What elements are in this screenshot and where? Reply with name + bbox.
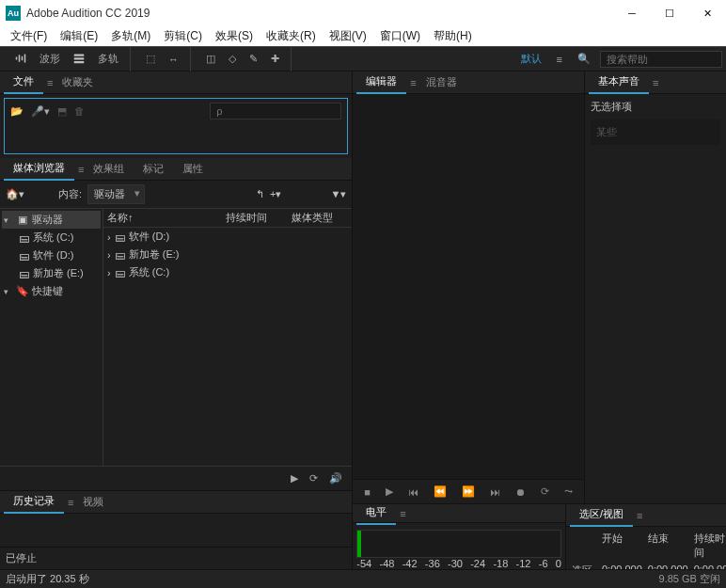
tab-essential-sound[interactable]: 基本声音 <box>589 71 649 94</box>
tab-editor[interactable]: 编辑器 <box>356 71 406 94</box>
maximize-button[interactable]: ☐ <box>651 0 688 26</box>
tab-levels[interactable]: 电平 <box>356 501 396 525</box>
menu-favorites[interactable]: 收藏夹(R) <box>260 28 323 44</box>
workspace-menu-icon[interactable]: ≡ <box>551 52 568 67</box>
svg-rect-4 <box>74 54 85 56</box>
help-search-input[interactable] <box>600 51 722 68</box>
tab-markers[interactable]: 标记 <box>134 158 173 180</box>
tab-media-browser[interactable]: 媒体浏览器 <box>4 157 74 181</box>
tab-history[interactable]: 历史记录 <box>4 490 64 514</box>
rewind-icon[interactable]: ⏪ <box>430 484 450 500</box>
transport-controls: ■ ▶ ⏮ ⏪ ⏩ ⏭ ⏺ ⟳ ⤳ <box>353 479 584 503</box>
prev-icon[interactable]: ⏮ <box>404 485 422 500</box>
content-label: 内容: <box>58 187 82 201</box>
svg-rect-1 <box>19 55 21 62</box>
forward-icon[interactable]: ⏩ <box>458 484 479 500</box>
stop-icon[interactable]: ■ <box>360 485 374 500</box>
close-button[interactable]: ✕ <box>688 0 726 26</box>
free-space: 9.85 GB 空闲 <box>659 572 720 586</box>
files-search-input[interactable] <box>210 103 341 119</box>
play-icon[interactable]: ▶ <box>382 484 397 500</box>
panel-menu-icon[interactable]: ≡ <box>400 508 405 519</box>
svg-rect-0 <box>16 56 18 59</box>
tab-files[interactable]: 文件 <box>4 71 43 94</box>
autoplay-icon[interactable]: 🔊 <box>329 472 342 485</box>
open-file-icon[interactable]: 📂 <box>10 105 24 118</box>
minimize-button[interactable]: ─ <box>613 0 651 26</box>
startup-time: 启动用了 20.35 秒 <box>6 572 89 586</box>
tool-select-icon[interactable]: ⬚ <box>140 51 161 67</box>
tree-item-drives[interactable]: ▾▣驱动器 <box>2 211 101 229</box>
svg-rect-3 <box>24 54 26 62</box>
list-item[interactable]: ›🖴新加卷 (E:) <box>103 246 352 263</box>
level-meter <box>356 530 561 558</box>
app-logo: Au <box>6 6 21 21</box>
record-icon[interactable]: ⏺ <box>512 485 529 500</box>
menu-file[interactable]: 文件(F) <box>4 28 54 44</box>
col-name[interactable]: 名称↑ <box>107 211 226 225</box>
tab-favorites[interactable]: 收藏夹 <box>53 72 103 93</box>
files-panel: 📂 🎤▾ ⬒ 🗑 <box>4 98 348 154</box>
tree-item-shortcuts[interactable]: ▾🔖快捷键 <box>2 282 101 300</box>
multitrack-mode[interactable]: 多轨 <box>92 50 124 68</box>
tab-properties[interactable]: 属性 <box>173 158 213 180</box>
waveform-icon[interactable] <box>9 51 32 68</box>
content-dropdown[interactable]: 驱动器 <box>87 184 145 204</box>
menu-edit[interactable]: 编辑(E) <box>54 28 104 44</box>
skip-icon[interactable]: ⤳ <box>560 484 576 500</box>
waveform-mode[interactable]: 波形 <box>34 50 66 68</box>
loop-icon[interactable]: ⟳ <box>309 472 318 485</box>
menu-bar: 文件(F) 编辑(E) 多轨(M) 剪辑(C) 效果(S) 收藏夹(R) 视图(… <box>0 26 726 47</box>
media-browser-panel: 🏠▾ 内容: 驱动器 ↰ +▾ ▼▾ ▾▣驱动器 🖴系统 (C:) 🖴软件 (D… <box>0 181 352 490</box>
no-selection-label: 无选择项 <box>591 100 720 114</box>
next-icon[interactable]: ⏭ <box>486 485 504 500</box>
tab-video[interactable]: 视频 <box>73 491 113 513</box>
go-up-icon[interactable]: ↰ <box>256 188 264 200</box>
tab-effects-rack[interactable]: 效果组 <box>84 158 134 180</box>
tree-item[interactable]: 🖴新加卷 (E:) <box>2 264 101 282</box>
filter-icon[interactable]: ▼▾ <box>330 188 346 200</box>
menu-help[interactable]: 帮助(H) <box>427 28 479 44</box>
svg-rect-6 <box>74 61 85 63</box>
tool-marquee-icon[interactable]: ◫ <box>200 51 221 67</box>
menu-view[interactable]: 视图(V) <box>323 28 373 44</box>
panel-menu-icon[interactable]: ≡ <box>653 77 658 88</box>
menu-window[interactable]: 窗口(W) <box>373 28 427 44</box>
editor-viewport[interactable] <box>353 94 584 479</box>
list-item[interactable]: ›🖴软件 (D:) <box>103 228 352 246</box>
workspace-default[interactable]: 默认 <box>515 50 547 68</box>
svg-rect-5 <box>74 57 85 59</box>
search-icon: 🔍 <box>572 51 596 67</box>
col-type[interactable]: 媒体类型 <box>292 211 348 225</box>
svg-rect-2 <box>22 56 24 60</box>
tree-item[interactable]: 🖴软件 (D:) <box>2 246 101 264</box>
shortcuts-icon[interactable]: 🏠▾ <box>6 188 24 200</box>
tab-sel-view[interactable]: 选区/视图 <box>570 503 633 527</box>
media-list[interactable]: ›🖴软件 (D:) ›🖴新加卷 (E:) ›🖴系统 (C:) <box>103 228 352 466</box>
multitrack-icon[interactable] <box>68 51 90 68</box>
menu-effects[interactable]: 效果(S) <box>209 28 260 44</box>
tool-move-icon[interactable]: ↔ <box>163 52 184 67</box>
tool-brush-icon[interactable]: ✎ <box>244 51 263 67</box>
tree-item[interactable]: 🖴系统 (C:) <box>2 229 101 246</box>
tab-mixer[interactable]: 混音器 <box>417 72 466 93</box>
menu-multitrack[interactable]: 多轨(M) <box>104 28 157 44</box>
main-toolbar: 波形 多轨 ⬚ ↔ ◫ ◇ ✎ ✚ 默认 ≡ 🔍 <box>0 47 726 72</box>
media-tree[interactable]: ▾▣驱动器 🖴系统 (C:) 🖴软件 (D:) 🖴新加卷 (E:) ▾🔖快捷键 <box>0 209 103 466</box>
new-folder-icon[interactable]: +▾ <box>270 188 281 200</box>
tool-heal-icon[interactable]: ✚ <box>265 51 285 67</box>
tool-lasso-icon[interactable]: ◇ <box>223 51 242 67</box>
record-icon[interactable]: 🎤▾ <box>31 105 50 118</box>
panel-menu-icon[interactable]: ≡ <box>637 510 642 521</box>
list-item[interactable]: ›🖴系统 (C:) <box>103 263 352 281</box>
status-stopped: 已停止 <box>0 547 352 569</box>
level-scale: -54-48-42-36-30-24-18-12-60 <box>353 558 565 569</box>
import-icon[interactable]: ⬒ <box>57 105 67 118</box>
loop-icon[interactable]: ⟳ <box>537 484 553 500</box>
col-duration[interactable]: 持续时间 <box>226 211 292 225</box>
menu-clip[interactable]: 剪辑(C) <box>157 28 209 44</box>
sound-prompt: 某些 <box>591 119 720 145</box>
play-icon[interactable]: ▶ <box>291 472 298 485</box>
trash-icon[interactable]: 🗑 <box>74 105 85 117</box>
window-title: Adobe Audition CC 2019 <box>26 7 613 20</box>
